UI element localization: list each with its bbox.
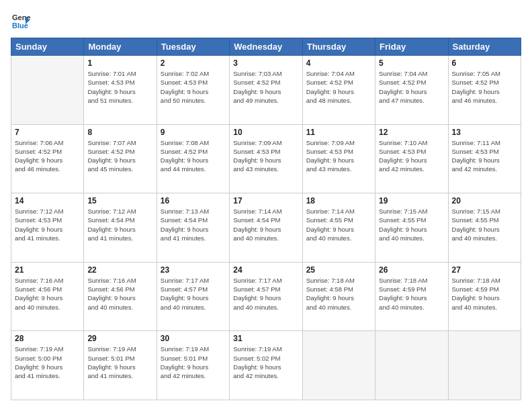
logo: General Blue <box>11 11 34 31</box>
header: General Blue <box>11 11 521 31</box>
calendar-week-row: 21Sunrise: 7:16 AMSunset: 4:56 PMDayligh… <box>11 262 521 331</box>
calendar-header-row: SundayMondayTuesdayWednesdayThursdayFrid… <box>11 38 521 56</box>
day-number: 29 <box>87 334 152 343</box>
day-info: Sunrise: 7:04 AMSunset: 4:52 PMDaylight:… <box>379 69 444 105</box>
day-info: Sunrise: 7:12 AMSunset: 4:53 PMDaylight:… <box>15 207 80 242</box>
calendar-cell: 24Sunrise: 7:17 AMSunset: 4:57 PMDayligh… <box>230 262 302 331</box>
day-number: 30 <box>161 334 226 343</box>
weekday-header: Tuesday <box>157 38 229 56</box>
day-info: Sunrise: 7:12 AMSunset: 4:54 PMDaylight:… <box>87 207 152 242</box>
weekday-header: Thursday <box>302 38 375 56</box>
calendar-cell: 12Sunrise: 7:10 AMSunset: 4:53 PMDayligh… <box>375 124 448 193</box>
day-info: Sunrise: 7:18 AMSunset: 4:59 PMDaylight:… <box>452 276 517 312</box>
day-info: Sunrise: 7:17 AMSunset: 4:57 PMDaylight:… <box>161 276 226 312</box>
calendar-cell: 22Sunrise: 7:16 AMSunset: 4:56 PMDayligh… <box>84 262 157 331</box>
calendar-cell: 4Sunrise: 7:04 AMSunset: 4:52 PMDaylight… <box>302 56 375 125</box>
day-number: 25 <box>306 265 371 275</box>
day-number: 1 <box>87 58 152 68</box>
day-number: 17 <box>233 196 298 205</box>
calendar-cell: 14Sunrise: 7:12 AMSunset: 4:53 PMDayligh… <box>11 193 84 263</box>
day-info: Sunrise: 7:04 AMSunset: 4:52 PMDaylight:… <box>306 69 371 105</box>
day-info: Sunrise: 7:18 AMSunset: 4:58 PMDaylight:… <box>306 276 371 312</box>
day-number: 14 <box>15 196 80 205</box>
calendar-cell: 25Sunrise: 7:18 AMSunset: 4:58 PMDayligh… <box>302 262 375 331</box>
day-number: 22 <box>87 265 152 275</box>
calendar-cell: 11Sunrise: 7:09 AMSunset: 4:53 PMDayligh… <box>302 124 375 193</box>
day-number: 18 <box>306 196 371 205</box>
calendar-cell: 13Sunrise: 7:11 AMSunset: 4:53 PMDayligh… <box>448 124 521 193</box>
day-number: 20 <box>452 196 517 205</box>
calendar-cell: 3Sunrise: 7:03 AMSunset: 4:52 PMDaylight… <box>230 56 302 125</box>
day-number: 31 <box>233 334 298 343</box>
day-info: Sunrise: 7:14 AMSunset: 4:54 PMDaylight:… <box>233 207 298 242</box>
calendar-cell: 6Sunrise: 7:05 AMSunset: 4:52 PMDaylight… <box>448 56 521 125</box>
day-info: Sunrise: 7:19 AMSunset: 5:02 PMDaylight:… <box>233 345 298 380</box>
day-number: 3 <box>233 58 298 68</box>
day-info: Sunrise: 7:19 AMSunset: 5:01 PMDaylight:… <box>87 345 152 380</box>
day-number: 26 <box>379 265 444 275</box>
calendar-cell: 29Sunrise: 7:19 AMSunset: 5:01 PMDayligh… <box>84 331 157 400</box>
day-number: 27 <box>452 265 517 275</box>
calendar-cell: 5Sunrise: 7:04 AMSunset: 4:52 PMDaylight… <box>375 56 448 125</box>
day-info: Sunrise: 7:10 AMSunset: 4:53 PMDaylight:… <box>379 138 444 174</box>
day-number: 4 <box>306 58 371 68</box>
day-info: Sunrise: 7:15 AMSunset: 4:55 PMDaylight:… <box>452 207 517 242</box>
calendar-week-row: 1Sunrise: 7:01 AMSunset: 4:53 PMDaylight… <box>11 56 521 125</box>
day-number: 15 <box>87 196 152 205</box>
day-number: 7 <box>15 128 80 137</box>
day-number: 23 <box>161 265 226 275</box>
calendar-cell: 17Sunrise: 7:14 AMSunset: 4:54 PMDayligh… <box>230 193 302 263</box>
day-info: Sunrise: 7:19 AMSunset: 5:01 PMDaylight:… <box>161 345 226 380</box>
calendar-cell: 21Sunrise: 7:16 AMSunset: 4:56 PMDayligh… <box>11 262 84 331</box>
day-number: 12 <box>379 128 444 137</box>
calendar-cell: 30Sunrise: 7:19 AMSunset: 5:01 PMDayligh… <box>157 331 229 400</box>
day-info: Sunrise: 7:01 AMSunset: 4:53 PMDaylight:… <box>87 69 152 105</box>
calendar-cell: 15Sunrise: 7:12 AMSunset: 4:54 PMDayligh… <box>84 193 157 263</box>
day-number: 10 <box>233 128 298 137</box>
weekday-header: Monday <box>84 38 157 56</box>
calendar-week-row: 28Sunrise: 7:19 AMSunset: 5:00 PMDayligh… <box>11 331 521 400</box>
calendar-cell: 9Sunrise: 7:08 AMSunset: 4:52 PMDaylight… <box>157 124 229 193</box>
day-number: 13 <box>452 128 517 137</box>
day-info: Sunrise: 7:06 AMSunset: 4:52 PMDaylight:… <box>15 138 80 174</box>
day-info: Sunrise: 7:14 AMSunset: 4:55 PMDaylight:… <box>306 207 371 242</box>
day-number: 21 <box>15 265 80 275</box>
day-info: Sunrise: 7:19 AMSunset: 5:00 PMDaylight:… <box>15 345 80 380</box>
day-number: 5 <box>379 58 444 68</box>
calendar-cell: 1Sunrise: 7:01 AMSunset: 4:53 PMDaylight… <box>84 56 157 125</box>
day-number: 2 <box>161 58 226 68</box>
logo-icon: General Blue <box>11 11 31 31</box>
day-number: 11 <box>306 128 371 137</box>
day-number: 24 <box>233 265 298 275</box>
calendar-cell <box>11 56 84 125</box>
calendar-cell: 28Sunrise: 7:19 AMSunset: 5:00 PMDayligh… <box>11 331 84 400</box>
day-number: 6 <box>452 58 517 68</box>
calendar-cell: 16Sunrise: 7:13 AMSunset: 4:54 PMDayligh… <box>157 193 229 263</box>
day-info: Sunrise: 7:09 AMSunset: 4:53 PMDaylight:… <box>306 138 371 174</box>
day-info: Sunrise: 7:05 AMSunset: 4:52 PMDaylight:… <box>452 69 517 105</box>
day-info: Sunrise: 7:13 AMSunset: 4:54 PMDaylight:… <box>161 207 226 242</box>
calendar-cell: 27Sunrise: 7:18 AMSunset: 4:59 PMDayligh… <box>448 262 521 331</box>
day-info: Sunrise: 7:16 AMSunset: 4:56 PMDaylight:… <box>87 276 152 312</box>
day-info: Sunrise: 7:16 AMSunset: 4:56 PMDaylight:… <box>15 276 80 312</box>
calendar-cell <box>375 331 448 400</box>
calendar-cell: 20Sunrise: 7:15 AMSunset: 4:55 PMDayligh… <box>448 193 521 263</box>
calendar-cell: 18Sunrise: 7:14 AMSunset: 4:55 PMDayligh… <box>302 193 375 263</box>
calendar-week-row: 14Sunrise: 7:12 AMSunset: 4:53 PMDayligh… <box>11 193 521 263</box>
day-info: Sunrise: 7:11 AMSunset: 4:53 PMDaylight:… <box>452 138 517 174</box>
weekday-header: Friday <box>375 38 448 56</box>
page: General Blue SundayMondayTuesdayWednesda… <box>0 0 532 411</box>
day-info: Sunrise: 7:03 AMSunset: 4:52 PMDaylight:… <box>233 69 298 105</box>
day-info: Sunrise: 7:08 AMSunset: 4:52 PMDaylight:… <box>161 138 226 174</box>
day-info: Sunrise: 7:02 AMSunset: 4:53 PMDaylight:… <box>161 69 226 105</box>
calendar-cell: 8Sunrise: 7:07 AMSunset: 4:52 PMDaylight… <box>84 124 157 193</box>
calendar-cell: 31Sunrise: 7:19 AMSunset: 5:02 PMDayligh… <box>230 331 302 400</box>
day-info: Sunrise: 7:07 AMSunset: 4:52 PMDaylight:… <box>87 138 152 174</box>
calendar-cell: 10Sunrise: 7:09 AMSunset: 4:53 PMDayligh… <box>230 124 302 193</box>
day-info: Sunrise: 7:18 AMSunset: 4:59 PMDaylight:… <box>379 276 444 312</box>
day-info: Sunrise: 7:17 AMSunset: 4:57 PMDaylight:… <box>233 276 298 312</box>
calendar-body: 1Sunrise: 7:01 AMSunset: 4:53 PMDaylight… <box>11 56 521 400</box>
calendar-cell: 2Sunrise: 7:02 AMSunset: 4:53 PMDaylight… <box>157 56 229 125</box>
day-number: 16 <box>161 196 226 205</box>
day-number: 19 <box>379 196 444 205</box>
